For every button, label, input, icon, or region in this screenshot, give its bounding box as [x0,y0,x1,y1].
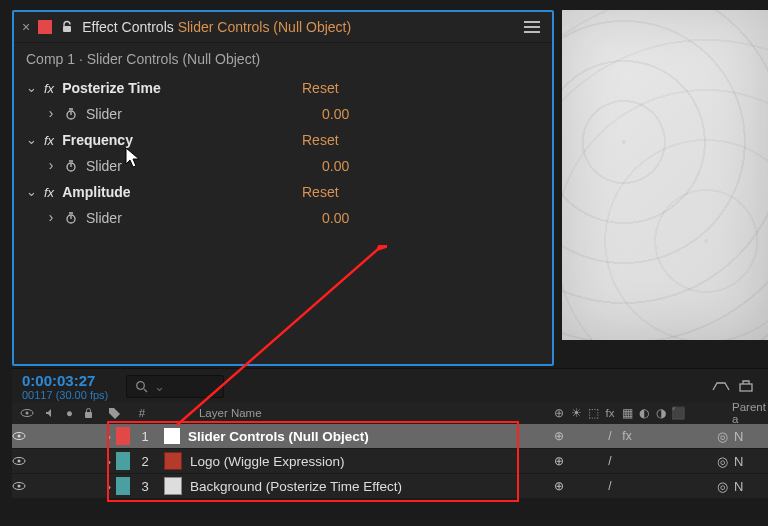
timeline-layers: › 1 Slider Controls (Null Object) ⊕ / fx… [12,424,768,499]
null-object-icon [164,428,180,444]
property-value[interactable]: 0.00 [322,158,349,174]
twisty-down-icon[interactable]: ⌄ [26,132,36,147]
unlock-icon[interactable] [60,20,74,34]
reset-link[interactable]: Reset [302,80,339,96]
fx-enabled-icon[interactable]: fx [44,133,54,148]
visibility-toggle[interactable] [12,479,32,493]
effect-header[interactable]: ⌄ fx Frequency Reset [18,127,548,153]
comp-path: Comp 1 · Slider Controls (Null Object) [14,43,552,73]
shy-toggle-icon[interactable] [708,375,734,397]
fx-enabled-icon[interactable]: fx [44,185,54,200]
twisty-down-icon[interactable]: ⌄ [26,184,36,199]
effect-header[interactable]: ⌄ fx Amplitude Reset [18,179,548,205]
property-value[interactable]: 0.00 [322,210,349,226]
render-queue-icon[interactable] [734,375,760,397]
layer-twisty-icon[interactable]: › [102,429,116,444]
switch-toggle[interactable]: / [603,479,617,493]
index-column: # [131,407,153,419]
layer-row[interactable]: › 3 Background (Posterize Time Effect) ⊕… [12,474,768,499]
reset-link[interactable]: Reset [302,184,339,200]
reset-link[interactable]: Reset [302,132,339,148]
visibility-toggle[interactable] [12,454,32,468]
twisty-down-icon[interactable]: ⌄ [26,80,36,95]
timecode-value: 0:00:03:27 [22,373,108,390]
property-label: Slider [86,210,122,226]
layer-switches: ⊕ / [552,454,617,468]
effect-property[interactable]: › Slider 0.00 [18,205,548,231]
layer-switches: ⊕ / fx [552,429,634,443]
audio-column-icon[interactable] [44,407,56,419]
lock-column-icon[interactable] [83,407,94,419]
stopwatch-icon[interactable] [64,159,78,173]
property-label: Slider [86,106,122,122]
timeline-header: 0:00:03:27 00117 (30.00 fps) ⌄ [12,368,768,404]
close-tab-icon[interactable]: × [22,19,30,35]
switch-icon[interactable]: ▦ [620,406,634,420]
switch-icon[interactable]: ☀ [569,406,583,420]
stopwatch-icon[interactable] [64,211,78,225]
visibility-toggle[interactable] [12,429,32,443]
effect-property[interactable]: › Slider 0.00 [18,153,548,179]
layer-twisty-icon[interactable]: › [102,479,116,494]
switch-icon[interactable]: fx [603,407,617,419]
pickwhip-icon[interactable]: ◎ [717,454,728,469]
effect-header[interactable]: ⌄ fx Posterize Time Reset [18,75,548,101]
switch-toggle[interactable]: ⊕ [552,429,566,443]
twisty-right-icon[interactable]: › [46,209,56,225]
switch-icon[interactable]: ⬛ [671,406,685,420]
layer-switches: ⊕ / [552,479,617,493]
layer-label-color[interactable] [116,477,130,495]
parent-pickwhip[interactable]: ◎ N [717,454,743,469]
stopwatch-icon[interactable] [64,107,78,121]
tab-color-chip[interactable] [38,20,52,34]
effect-name: Frequency [62,132,133,148]
layer-twisty-icon[interactable]: › [102,454,116,469]
layer-label-color[interactable] [116,452,130,470]
effect-property[interactable]: › Slider 0.00 [18,101,548,127]
layer-row[interactable]: › 1 Slider Controls (Null Object) ⊕ / fx… [12,424,768,449]
svg-point-10 [18,435,21,438]
switch-toggle[interactable]: / [603,429,617,443]
label-column-icon[interactable] [108,407,121,420]
parent-column: Parent a [732,401,768,425]
parent-pickwhip[interactable]: ◎ N [717,479,743,494]
timeline-search[interactable]: ⌄ [126,375,224,398]
svg-point-7 [26,412,29,415]
layer-name[interactable]: Slider Controls (Null Object) [188,429,369,444]
svg-rect-5 [740,384,752,391]
switch-toggle[interactable]: ⊕ [552,454,566,468]
parent-value[interactable]: N [734,479,743,494]
image-file-icon [164,477,182,495]
effects-list: ⌄ fx Posterize Time Reset › Slider 0.00 … [14,73,552,235]
parent-pickwhip[interactable]: ◎ N [717,429,743,444]
switch-toggle[interactable]: fx [620,429,634,443]
switch-icon[interactable]: ◑ [654,406,668,420]
timecode[interactable]: 0:00:03:27 00117 (30.00 fps) [12,371,118,402]
layer-name[interactable]: Logo (Wiggle Expression) [190,454,345,469]
panel-title: Effect Controls Slider Controls (Null Ob… [82,19,351,35]
composition-preview[interactable] [562,10,768,340]
solo-column-icon[interactable]: ● [66,407,73,419]
switch-icon[interactable]: ⬚ [586,406,600,420]
layer-name[interactable]: Background (Posterize Time Effect) [190,479,402,494]
layer-label-color[interactable] [116,427,130,445]
switch-toggle[interactable]: ⊕ [552,479,566,493]
pickwhip-icon[interactable]: ◎ [717,479,728,494]
switch-toggle[interactable]: / [603,454,617,468]
layer-row[interactable]: › 2 Logo (Wiggle Expression) ⊕ / ◎ N [12,449,768,474]
eye-column-icon[interactable] [20,406,34,420]
parent-value[interactable]: N [734,454,743,469]
switch-icon[interactable]: ⊕ [552,406,566,420]
twisty-right-icon[interactable]: › [46,105,56,121]
switches-column: ⊕ ☀ ⬚ fx ▦ ◐ ◑ ⬛ [552,406,685,420]
pickwhip-icon[interactable]: ◎ [717,429,728,444]
parent-value[interactable]: N [734,429,743,444]
switch-icon[interactable]: ◐ [637,406,651,420]
twisty-right-icon[interactable]: › [46,157,56,173]
fx-enabled-icon[interactable]: fx [44,81,54,96]
svg-rect-0 [63,26,71,32]
panel-menu-icon[interactable] [520,17,544,37]
panel-tabbar: × Effect Controls Slider Controls (Null … [14,12,552,43]
property-value[interactable]: 0.00 [322,106,349,122]
svg-rect-8 [85,412,92,418]
